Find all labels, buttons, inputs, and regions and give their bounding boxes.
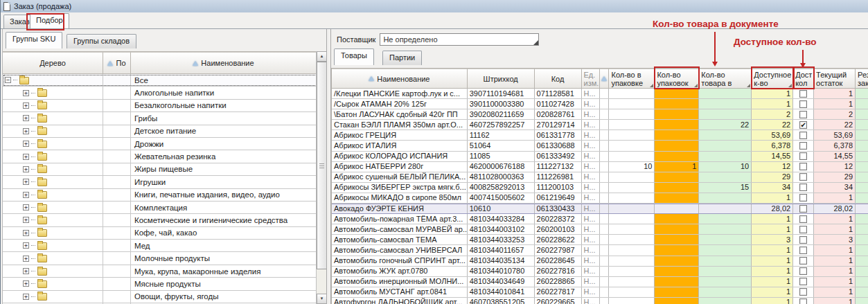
goods-row[interactable]: Автомобиль-пожарная ТЁМА арт.3...4810344… <box>332 214 868 224</box>
tab-parties[interactable]: Партии <box>382 51 422 65</box>
supplier-input[interactable]: Не определено <box>380 33 539 46</box>
expand-icon[interactable]: + <box>23 256 29 262</box>
availability-checkbox[interactable] <box>799 247 807 254</box>
availability-checkbox[interactable] <box>799 257 807 265</box>
column-header-goods-name[interactable]: Наименование <box>332 69 468 89</box>
expand-icon[interactable]: + <box>23 204 29 211</box>
column-header-code[interactable]: Код <box>535 69 582 89</box>
goods-row[interactable]: Автомобиль МУСТАНГ арт.08414810344010841… <box>332 287 868 298</box>
expand-icon[interactable]: + <box>23 280 29 287</box>
availability-checkbox[interactable] <box>799 163 807 170</box>
goods-row[interactable]: Авокадо ФУЭРТЕ КЕНИЯ10610061330433Н...28… <box>332 204 868 214</box>
column-header-current[interactable]: Текущий остаток <box>814 69 856 89</box>
availability-checkbox[interactable] <box>799 205 807 213</box>
goods-row[interactable]: \Батон ЛАСУНАК сдобный 420г ПП3902080211… <box>332 109 868 120</box>
scroll-down-button[interactable]: ▼ <box>317 294 327 304</box>
expand-icon[interactable]: + <box>23 268 29 274</box>
expand-icon[interactable]: + <box>23 115 29 121</box>
tree-row[interactable]: +Мясные продукты <box>3 278 327 290</box>
tree-row[interactable]: +Комплектация <box>3 202 327 214</box>
expand-icon[interactable]: + <box>23 242 29 249</box>
availability-checkbox[interactable] <box>799 132 807 139</box>
goods-row[interactable]: Абрикос КОЛОРАДО ИСПАНИЯ11085061333492Н.… <box>332 152 868 162</box>
column-header-barcode[interactable]: Штрихкод <box>468 69 535 89</box>
availability-checkbox[interactable] <box>799 184 807 191</box>
goods-row[interactable]: /Клецки ПАНСКИЕ картоф.лук и с...3907110… <box>332 89 868 99</box>
goods-row[interactable]: Автомобиль-самосвал УНИВЕРСАЛ48103440116… <box>332 245 868 256</box>
availability-checkbox[interactable] <box>799 90 807 98</box>
column-header-name[interactable]: Наименование <box>131 52 317 74</box>
goods-row[interactable]: Автомобиль инерционный МОЛНИ...481034403… <box>332 277 868 287</box>
expand-icon[interactable]: + <box>23 192 29 198</box>
column-header-qty-in-doc[interactable]: Кол-во товара в <box>699 69 752 89</box>
availability-checkbox[interactable] <box>799 236 807 244</box>
availability-checkbox[interactable] <box>799 173 807 181</box>
column-header-available[interactable]: Доступное к-во <box>752 69 793 89</box>
tree-vertical-scrollbar[interactable]: ▲ ▼ <box>316 51 326 304</box>
goods-row[interactable]: Абрикосы МИКАДО в сиропе 850мл4007415005… <box>332 193 868 204</box>
expand-icon[interactable]: + <box>23 102 29 109</box>
availability-checkbox[interactable] <box>799 267 807 275</box>
expand-icon[interactable]: + <box>23 294 29 300</box>
goods-row[interactable]: Абрикос ИТАЛИЯ51064061330688Н...6,3786,3… <box>332 141 868 151</box>
column-header-packs[interactable]: Кол-во упаковок <box>655 69 699 89</box>
column-header-unit[interactable]: Ед. изм. <box>582 69 601 89</box>
tree-row[interactable]: +Книги, печатные издания, видео, аудио <box>3 189 327 202</box>
tree-row[interactable]: +Грибы <box>3 112 327 125</box>
panel-splitter[interactable] <box>326 29 331 304</box>
availability-checkbox[interactable] <box>799 194 807 202</box>
expand-icon[interactable]: + <box>23 230 29 236</box>
goods-row[interactable]: Абрикос сушеный БЕЛЫЙ ПЕЛИКА...481102800… <box>332 172 868 183</box>
tree-row[interactable]: −Все <box>3 74 327 87</box>
goods-row[interactable]: Автомобиль ЖУК арт.078048103440107802602… <box>332 267 868 277</box>
availability-checkbox[interactable] <box>799 152 807 160</box>
scroll-up-button[interactable]: ▲ <box>317 51 327 62</box>
goods-row[interactable]: Абрикосы ЗИБЕРГЕР экстра мягк.б...400825… <box>332 183 868 193</box>
column-header-sort[interactable] <box>600 69 609 89</box>
column-header-qty-in-pack[interactable]: Кол-во в упаковке <box>609 69 655 89</box>
availability-checkbox[interactable] <box>799 298 807 304</box>
column-header-avail-flag[interactable]: Дост кол <box>793 69 814 89</box>
tree-row[interactable]: +Косметические и гигиенические средства <box>3 214 327 226</box>
tree-row[interactable]: +Мед <box>3 240 327 252</box>
tree-row[interactable]: +Овощи, фрукты, ягоды <box>3 291 327 303</box>
column-header-reserve[interactable]: Рез зак <box>856 69 868 89</box>
tree-row[interactable]: +Безалкогольные напитки <box>3 100 327 112</box>
tree-row[interactable]: +Мука, крупа, макаронные изделия <box>3 265 327 278</box>
tree-row[interactable]: +Игрушки <box>3 176 327 188</box>
availability-checkbox[interactable] <box>799 111 807 118</box>
tree-row[interactable]: +Жевательная резинка <box>3 150 327 163</box>
tree-row[interactable]: +Дрожжи <box>3 138 327 150</box>
tree-row[interactable]: +Алкогольные напитки <box>3 87 327 99</box>
expand-icon[interactable]: + <box>23 217 29 223</box>
goods-row[interactable]: Автофургон ДАЛЬНОБОЙЩИК арт...4607038551… <box>332 298 868 304</box>
availability-checkbox[interactable] <box>799 288 807 296</box>
goods-row[interactable]: Стакан БЭЛЛ ПЛАМЯ 350мл арт.О...46072578… <box>332 120 868 130</box>
tree-row[interactable]: +Жиры пищевые <box>3 163 327 176</box>
expand-icon[interactable]: + <box>23 90 29 96</box>
availability-checkbox[interactable] <box>799 100 807 108</box>
tree-row[interactable]: +Детское питание <box>3 125 327 138</box>
tab-sku-groups[interactable]: Группы SKU <box>6 32 62 48</box>
tab-warehouse-groups[interactable]: Группы складов <box>67 34 136 48</box>
goods-row[interactable]: Автомобиль-самосвал ТЕМА4810344033253260… <box>332 235 868 245</box>
expand-icon[interactable]: + <box>23 128 29 134</box>
goods-row[interactable]: Абрикос НАТБЕРРИ 280г4620000676188111227… <box>332 162 868 172</box>
expand-icon[interactable]: + <box>23 141 29 147</box>
tab-goods[interactable]: Товары <box>334 48 374 65</box>
expand-icon[interactable]: + <box>23 166 29 172</box>
availability-checkbox[interactable] <box>799 278 807 285</box>
goods-row[interactable]: Автомобиль-самосвал МУРАВЕЙ ар...4810344… <box>332 224 868 235</box>
availability-checkbox[interactable] <box>799 142 807 150</box>
collapse-icon[interactable]: − <box>5 77 11 83</box>
tree-row[interactable]: +Молочные продукты <box>3 252 327 265</box>
expand-icon[interactable]: + <box>23 179 29 185</box>
column-header-po[interactable]: По <box>103 52 131 74</box>
availability-checkbox[interactable] <box>799 226 807 233</box>
expand-icon[interactable]: + <box>23 154 29 160</box>
availability-checkbox[interactable]: ✔ <box>799 121 807 129</box>
goods-row[interactable]: /Сырок АТАМАН 20% 125г390110000338001102… <box>332 99 868 109</box>
goods-row[interactable]: Автомобиль гоночный СПРИНТ арт...4810344… <box>332 256 868 267</box>
scroll-thumb[interactable] <box>317 62 327 269</box>
column-header-tree[interactable]: Дерево <box>3 52 103 74</box>
